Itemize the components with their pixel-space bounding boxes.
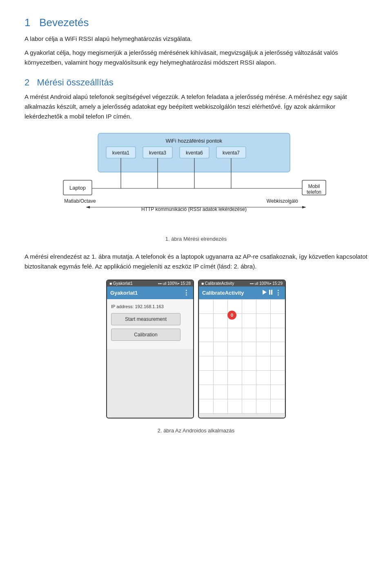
grid-cell — [242, 328, 256, 342]
grid-cell — [214, 356, 228, 371]
heading1-number: 1 — [24, 16, 30, 29]
phone2-screen: ■ CalibrateActivity ▪▪▪ ull 100%▪ 15:29 … — [198, 280, 286, 419]
grid-cell — [256, 314, 271, 328]
phone1-toolbar-title: Gyakorlat1 — [110, 290, 138, 296]
svg-text:kventa6: kventa6 — [186, 150, 203, 156]
svg-text:telefon: telefon — [307, 189, 321, 195]
wifi-label: WiFi hozzáférési pontok — [166, 138, 223, 144]
grid-cell — [242, 385, 256, 399]
svg-text:kventa7: kventa7 — [223, 150, 240, 156]
phone1-toolbar: Gyakorlat1 ⋮ — [107, 286, 193, 299]
play-icon[interactable] — [263, 290, 267, 296]
grid-cell — [271, 399, 285, 414]
grid-cell — [256, 385, 271, 399]
grid-cell — [199, 371, 214, 385]
grid-cell — [271, 314, 285, 328]
grid-cell — [242, 399, 256, 414]
start-measurement-button[interactable]: Start measurement — [111, 313, 180, 325]
phones-wrapper: ■ Gyakorlat1 ▪▪▪ ull 100%▪ 15:28 Gyakorl… — [24, 280, 368, 419]
grid-cell — [271, 385, 285, 399]
grid-cell — [228, 342, 242, 356]
phone1-status-left: ■ Gyakorlat1 — [109, 281, 133, 286]
grid-cell — [271, 356, 285, 371]
body-p1: A mérési elrendezést az 1. ábra mutatja.… — [24, 252, 368, 271]
phone1-status-right: ▪▪▪ ull 100%▪ 15:28 — [158, 281, 191, 286]
grid-cell — [214, 342, 228, 356]
phone1-screen: ■ Gyakorlat1 ▪▪▪ ull 100%▪ 15:28 Gyakorl… — [106, 280, 194, 419]
phone2-toolbar-title: CalibrateActivity — [202, 290, 244, 296]
heading2-title: Mérési összeállítás — [37, 77, 114, 87]
phone2-toolbar: CalibrateActivity ⋮ — [199, 286, 285, 299]
pause-icon[interactable] — [269, 290, 272, 296]
phone1-ip: IP address: 192.168.1.163 — [111, 304, 189, 309]
grid-cell — [242, 342, 256, 356]
grid-cell — [271, 342, 285, 356]
grid-cell — [228, 328, 242, 342]
heading-2: 2 Mérési összeállítás — [24, 77, 368, 88]
grid-cell — [242, 300, 256, 314]
grid-cell — [199, 399, 214, 414]
heading-1: 1 Bevezetés — [24, 16, 368, 29]
svg-marker-23 — [86, 206, 90, 208]
grid-cell — [256, 342, 271, 356]
grid-cell — [214, 300, 228, 314]
phone2-status-bar: ■ CalibrateActivity ▪▪▪ ull 100%▪ 15:29 — [199, 280, 285, 286]
grid-cell — [256, 300, 271, 314]
svg-text:kventa3: kventa3 — [149, 150, 166, 156]
grid-cell — [228, 356, 242, 371]
grid-cell — [271, 328, 285, 342]
phone2-status-right: ▪▪▪ ull 100%▪ 15:29 — [249, 281, 283, 286]
calibration-button[interactable]: Calibration — [111, 329, 180, 341]
svg-text:Webkiszolgáló: Webkiszolgáló — [267, 198, 298, 204]
svg-text:kventa1: kventa1 — [112, 150, 129, 156]
grid-cell — [214, 328, 228, 342]
grid-cell — [256, 371, 271, 385]
grid-cell — [214, 385, 228, 399]
grid-cell — [199, 342, 214, 356]
grid-cell — [199, 300, 214, 314]
grid-cell — [242, 314, 256, 328]
red-dot: 0 — [227, 311, 236, 320]
heading2-number: 2 — [24, 77, 29, 87]
grid-cell — [199, 385, 214, 399]
grid-cell — [242, 356, 256, 371]
phone2-content: 0 — [199, 299, 285, 414]
grid-cell — [256, 356, 271, 371]
grid-cell — [199, 314, 214, 328]
grid-cell — [199, 328, 214, 342]
grid-cell — [256, 328, 271, 342]
grid-cell — [242, 371, 256, 385]
intro-p2: A gyakorlat célja, hogy megismerjük a je… — [24, 48, 368, 67]
heading1-title: Bevezetés — [39, 16, 89, 29]
grid-cell — [214, 314, 228, 328]
figure1-caption: 1. ábra Mérési elrendezés — [24, 235, 368, 244]
grid-cell — [271, 300, 285, 314]
diagram-svg: WiFi hozzáférési pontok kventa1 kventa3 … — [61, 131, 331, 225]
grid-cell — [228, 385, 242, 399]
figure2-caption: 2. ábra Az Androidos alkalmazás — [24, 427, 368, 435]
phone2-dots-icon[interactable]: ⋮ — [275, 289, 282, 297]
phone2-status-left: ■ CalibrateActivity — [201, 281, 234, 286]
grid-cell — [228, 371, 242, 385]
diagram-wrapper: WiFi hozzáférési pontok kventa1 kventa3 … — [24, 131, 368, 225]
svg-text:Laptop: Laptop — [69, 185, 86, 191]
svg-text:Mobil: Mobil — [308, 184, 320, 189]
phone2-toolbar-icons: ⋮ — [263, 289, 282, 297]
svg-marker-24 — [302, 206, 306, 208]
phone1-status-bar: ■ Gyakorlat1 ▪▪▪ ull 100%▪ 15:28 — [107, 280, 193, 286]
grid-cell — [271, 371, 285, 385]
calibrate-grid — [199, 299, 285, 414]
phone1-toolbar-dots[interactable]: ⋮ — [183, 289, 190, 297]
grid-cell — [228, 399, 242, 414]
grid-cell — [214, 371, 228, 385]
intro-p1: A labor célja a WiFi RSSI alapú helymegh… — [24, 34, 368, 44]
section2-p1: A mérést Android alapú telefonok segítsé… — [24, 92, 368, 121]
phone1-content: IP address: 192.168.1.163 Start measurem… — [107, 299, 193, 349]
grid-cell — [214, 399, 228, 414]
grid-cell — [199, 356, 214, 371]
svg-text:Matlab/Octave: Matlab/Octave — [64, 198, 96, 204]
grid-cell — [256, 399, 271, 414]
